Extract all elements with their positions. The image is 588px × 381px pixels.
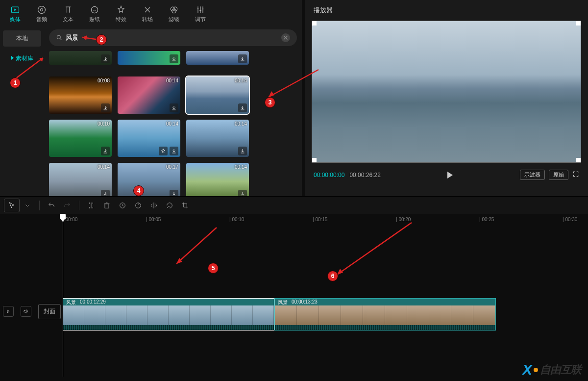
filter-icon [169, 5, 179, 15]
search-bar[interactable]: ✕ [49, 29, 297, 46]
download-button[interactable] [170, 147, 178, 155]
select-tool[interactable] [4, 199, 20, 212]
sticker-icon [90, 5, 99, 15]
media-thumbnail[interactable]: 00:14 [186, 76, 249, 114]
media-thumbnail[interactable]: 00:14 [118, 76, 180, 114]
media-thumbnail[interactable]: 00:14 [186, 163, 249, 196]
tab-sticker[interactable]: 贴纸 [81, 2, 108, 25]
timeline-clip[interactable]: 风景00:00:13:23 [274, 298, 496, 330]
player-total-time: 00:00:26:22 [349, 172, 380, 178]
svg-point-3 [91, 6, 98, 13]
svg-rect-8 [105, 203, 109, 208]
search-icon [56, 34, 63, 41]
caret-down-icon[interactable] [20, 199, 35, 212]
side-tab-local[interactable]: 本地 [3, 30, 41, 47]
mute-button[interactable] [21, 306, 31, 317]
svg-point-7 [57, 35, 60, 39]
download-button[interactable] [238, 147, 247, 155]
mirror-tool[interactable] [146, 199, 162, 212]
clip-time: 00:00:13:23 [292, 299, 318, 305]
adjust-icon [196, 5, 205, 15]
svg-point-10 [136, 203, 141, 208]
track-toggle-button[interactable] [3, 306, 14, 317]
timeline-ruler[interactable]: | 00:00| 00:05| 00:10| 00:15| 00:20| 00:… [63, 214, 588, 227]
media-thumbnail[interactable] [49, 51, 112, 65]
undo-button[interactable] [44, 199, 59, 212]
search-clear-button[interactable]: ✕ [281, 33, 290, 42]
favorite-button[interactable] [159, 147, 168, 155]
speed-tool[interactable] [115, 199, 130, 212]
media-thumbnail[interactable]: 00:17 [118, 163, 180, 196]
thumbnail-duration: 00:14 [235, 78, 247, 83]
media-thumbnail[interactable] [118, 51, 180, 65]
player-panel: 播放器 00:00:00:00 00:00:26:22 示波器 原始 [305, 0, 588, 196]
download-button[interactable] [101, 54, 110, 63]
tab-media[interactable]: 媒体 [2, 2, 28, 25]
top-tabs: 媒体 音频 文本 贴纸 特效 转场 滤镜 调节 [0, 2, 302, 25]
player-preview[interactable] [312, 21, 581, 163]
media-thumbnail[interactable]: 00:10 [49, 120, 112, 157]
crop-tool[interactable] [177, 199, 193, 212]
cover-button[interactable]: 封面 [38, 304, 61, 319]
media-thumbnail[interactable]: 00:14 [186, 120, 249, 157]
download-button[interactable] [238, 103, 247, 112]
media-thumbnail[interactable] [186, 51, 249, 65]
timeline-clip[interactable]: 风景00:00:12:29 [63, 298, 274, 330]
text-icon [63, 5, 73, 15]
ruler-mark: | 00:10 [229, 217, 244, 222]
redo-button[interactable] [59, 199, 75, 212]
media-thumbnail[interactable]: 00:08 [49, 76, 112, 114]
tab-text[interactable]: 文本 [55, 2, 81, 25]
original-button[interactable]: 原始 [549, 170, 568, 180]
tab-filter[interactable]: 滤镜 [161, 2, 187, 25]
tab-adjust[interactable]: 调节 [187, 2, 214, 25]
transition-icon [143, 5, 152, 15]
split-tool[interactable] [83, 199, 99, 212]
svg-point-1 [38, 6, 46, 13]
crop-handle[interactable] [312, 21, 317, 25]
download-button[interactable] [170, 103, 178, 112]
ruler-mark: | 00:20 [396, 217, 411, 222]
player-current-time: 00:00:00:00 [314, 172, 344, 178]
playhead[interactable] [63, 215, 63, 377]
download-button[interactable] [238, 190, 247, 196]
download-button[interactable] [170, 190, 178, 196]
search-input[interactable] [66, 34, 278, 42]
delete-tool[interactable] [99, 199, 115, 212]
scope-button[interactable]: 示波器 [520, 170, 545, 180]
download-button[interactable] [101, 190, 110, 196]
fullscreen-button[interactable] [572, 171, 579, 179]
ruler-mark: | 00:30 [563, 217, 577, 222]
audio-icon [37, 5, 47, 15]
tab-transition[interactable]: 转场 [134, 2, 161, 25]
timeline-toolbar [0, 196, 588, 214]
crop-handle[interactable] [576, 21, 581, 25]
download-button[interactable] [238, 54, 247, 63]
download-button[interactable] [170, 54, 178, 63]
thumbnail-duration: 00:10 [98, 121, 110, 127]
download-button[interactable] [101, 103, 110, 112]
side-tabs: 本地 素材库 [0, 25, 44, 196]
thumbnail-duration: 00:14 [235, 121, 247, 127]
thumbnail-duration: 00:17 [166, 164, 178, 170]
clip-name: 风景 [66, 299, 76, 305]
side-tab-library[interactable]: 素材库 [3, 51, 41, 67]
crop-handle[interactable] [576, 158, 581, 163]
crop-handle[interactable] [312, 158, 317, 163]
thumbnail-duration: 00:08 [98, 78, 110, 83]
play-button[interactable] [447, 172, 453, 178]
media-grid: 00:0800:1400:1400:1000:1400:1400:1400:17… [49, 51, 297, 196]
media-thumbnail[interactable]: 00:14 [118, 120, 180, 157]
watermark: X自由互联 [522, 361, 581, 378]
download-button[interactable] [101, 147, 110, 155]
player-title: 播放器 [314, 6, 581, 15]
tab-effect[interactable]: 特效 [108, 2, 134, 25]
clip-time: 00:00:12:29 [80, 299, 106, 305]
tab-audio[interactable]: 音频 [28, 2, 55, 25]
loop-tool[interactable] [162, 199, 177, 212]
clip-track[interactable]: 风景00:00:12:29风景00:00:13:23 [63, 298, 496, 330]
ruler-mark: | 00:25 [479, 217, 494, 222]
ruler-mark: | 00:05 [146, 217, 161, 222]
rotate-tool[interactable] [130, 199, 146, 212]
media-thumbnail[interactable]: 00:14 [49, 163, 112, 196]
